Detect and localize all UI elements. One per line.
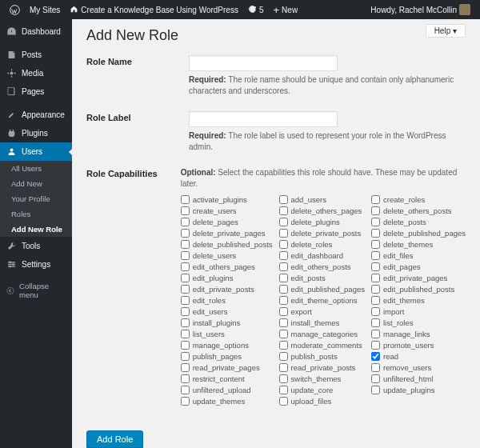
capability-checkbox[interactable] xyxy=(371,206,380,215)
capability-create_roles[interactable]: create_roles xyxy=(371,194,466,205)
role-name-input[interactable] xyxy=(189,55,338,71)
capability-checkbox[interactable] xyxy=(181,229,190,238)
capability-delete_published_pages[interactable]: delete_published_pages xyxy=(371,228,466,238)
help-tab[interactable]: Help ▾ xyxy=(426,24,466,38)
capability-checkbox[interactable] xyxy=(279,218,288,226)
capability-checkbox[interactable] xyxy=(181,206,190,215)
capability-edit_plugins[interactable]: edit_plugins xyxy=(181,273,273,283)
capability-edit_private_pages[interactable]: edit_private_pages xyxy=(371,273,466,283)
capability-checkbox[interactable] xyxy=(279,307,288,316)
capability-install_themes[interactable]: install_themes xyxy=(279,318,365,328)
capability-delete_others_posts[interactable]: delete_others_posts xyxy=(371,206,466,216)
capability-edit_pages[interactable]: edit_pages xyxy=(371,262,466,272)
capability-remove_users[interactable]: remove_users xyxy=(371,362,466,373)
capability-export[interactable]: export xyxy=(279,306,365,317)
capability-checkbox[interactable] xyxy=(181,307,190,316)
capability-delete_others_pages[interactable]: delete_others_pages xyxy=(279,206,365,216)
capability-checkbox[interactable] xyxy=(181,274,190,282)
sidebar-item-users[interactable]: Users xyxy=(0,142,72,161)
capability-edit_others_posts[interactable]: edit_others_posts xyxy=(279,262,365,272)
capability-checkbox[interactable] xyxy=(181,251,190,260)
capability-checkbox[interactable] xyxy=(279,206,288,215)
capability-checkbox[interactable] xyxy=(279,374,288,383)
capability-delete_pages[interactable]: delete_pages xyxy=(181,217,273,227)
capability-checkbox[interactable] xyxy=(181,374,190,383)
capability-manage_options[interactable]: manage_options xyxy=(181,340,273,350)
submenu-add-new[interactable]: Add New xyxy=(0,176,72,191)
capability-checkbox[interactable] xyxy=(279,330,288,338)
capability-publish_posts[interactable]: publish_posts xyxy=(279,351,365,362)
sidebar-item-dashboard[interactable]: Dashboard xyxy=(0,22,72,41)
capability-edit_theme_options[interactable]: edit_theme_options xyxy=(279,295,365,306)
collapse-menu[interactable]: Collapse menu xyxy=(0,277,72,304)
capability-edit_others_pages[interactable]: edit_others_pages xyxy=(181,262,273,272)
capability-upload_files[interactable]: upload_files xyxy=(279,396,365,406)
capability-update_themes[interactable]: update_themes xyxy=(181,396,273,406)
capability-checkbox[interactable] xyxy=(181,240,190,249)
capability-checkbox[interactable] xyxy=(371,274,380,282)
site-name-link[interactable]: Create a Knowledge Base Using WordPress xyxy=(66,5,242,15)
capability-checkbox[interactable] xyxy=(181,318,190,327)
capability-checkbox[interactable] xyxy=(371,240,380,249)
add-role-button[interactable]: Add Role xyxy=(86,430,143,448)
capability-edit_themes[interactable]: edit_themes xyxy=(371,295,466,306)
capability-install_plugins[interactable]: install_plugins xyxy=(181,318,273,328)
capability-checkbox[interactable] xyxy=(279,341,288,350)
capability-update_core[interactable]: update_core xyxy=(279,385,365,395)
capability-edit_published_posts[interactable]: edit_published_posts xyxy=(371,284,466,294)
sidebar-item-plugins[interactable]: Plugins xyxy=(0,124,72,142)
sidebar-item-media[interactable]: Media xyxy=(0,64,72,82)
my-sites-link[interactable]: My Sites xyxy=(26,6,63,14)
capability-edit_files[interactable]: edit_files xyxy=(371,250,466,261)
submenu-add-new-role[interactable]: Add New Role xyxy=(0,222,72,237)
capability-checkbox[interactable] xyxy=(371,307,380,316)
capability-checkbox[interactable] xyxy=(371,318,380,327)
capability-checkbox[interactable] xyxy=(279,240,288,249)
capability-switch_themes[interactable]: switch_themes xyxy=(279,374,365,384)
sidebar-item-posts[interactable]: Posts xyxy=(0,46,72,64)
submenu-all-users[interactable]: All Users xyxy=(0,161,72,176)
capability-publish_pages[interactable]: publish_pages xyxy=(181,351,273,362)
capability-checkbox[interactable] xyxy=(279,363,288,372)
capability-manage_categories[interactable]: manage_categories xyxy=(279,329,365,339)
capability-read_private_pages[interactable]: read_private_pages xyxy=(181,362,273,373)
capability-delete_published_posts[interactable]: delete_published_posts xyxy=(181,239,273,250)
capability-read_private_posts[interactable]: read_private_posts xyxy=(279,362,365,373)
capability-unfiltered_upload[interactable]: unfiltered_upload xyxy=(181,385,273,395)
capability-checkbox[interactable] xyxy=(181,386,190,394)
capability-checkbox[interactable] xyxy=(181,397,190,406)
capability-checkbox[interactable] xyxy=(181,341,190,350)
capability-checkbox[interactable] xyxy=(371,262,380,271)
capability-delete_users[interactable]: delete_users xyxy=(181,250,273,261)
account-link[interactable]: Howdy, Rachel McCollin xyxy=(367,4,474,15)
capability-unfiltered_html[interactable]: unfiltered_html xyxy=(371,374,466,384)
capability-edit_posts[interactable]: edit_posts xyxy=(279,273,365,283)
capability-checkbox[interactable] xyxy=(279,397,288,406)
capability-checkbox[interactable] xyxy=(181,330,190,338)
capability-delete_private_pages[interactable]: delete_private_pages xyxy=(181,228,273,238)
capability-manage_links[interactable]: manage_links xyxy=(371,329,466,339)
capability-checkbox[interactable] xyxy=(181,285,190,294)
capability-checkbox[interactable] xyxy=(279,296,288,305)
capability-add_users[interactable]: add_users xyxy=(279,194,365,205)
sidebar-item-appearance[interactable]: Appearance xyxy=(0,106,72,124)
capability-checkbox[interactable] xyxy=(181,262,190,271)
capability-update_plugins[interactable]: update_plugins xyxy=(371,385,466,395)
capability-checkbox[interactable] xyxy=(279,352,288,361)
capability-checkbox[interactable] xyxy=(279,274,288,282)
capability-restrict_content[interactable]: restrict_content xyxy=(181,374,273,384)
capability-checkbox[interactable] xyxy=(371,363,380,372)
capability-checkbox[interactable] xyxy=(181,363,190,372)
sidebar-item-pages[interactable]: Pages xyxy=(0,82,72,101)
capability-checkbox[interactable] xyxy=(181,218,190,226)
capability-read[interactable]: read xyxy=(371,351,466,362)
capability-list_users[interactable]: list_users xyxy=(181,329,273,339)
capability-list_roles[interactable]: list_roles xyxy=(371,318,466,328)
capability-checkbox[interactable] xyxy=(181,352,190,361)
new-content-link[interactable]: +New xyxy=(270,5,302,15)
submenu-your-profile[interactable]: Your Profile xyxy=(0,191,72,206)
capability-delete_plugins[interactable]: delete_plugins xyxy=(279,217,365,227)
capability-checkbox[interactable] xyxy=(371,251,380,260)
capability-import[interactable]: import xyxy=(371,306,466,317)
capability-promote_users[interactable]: promote_users xyxy=(371,340,466,350)
